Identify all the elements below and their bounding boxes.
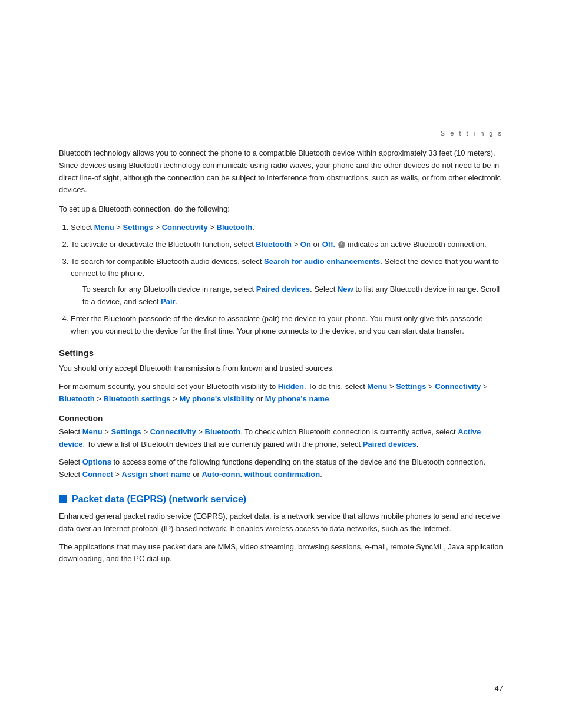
step2-on-link: On [300, 240, 311, 249]
step3-text-before: To search for compatible Bluetooth audio… [71, 257, 264, 266]
step1-sep3: > [208, 223, 217, 232]
conn-connectivity-link: Connectivity [150, 427, 196, 436]
conn-sep1: > [103, 427, 111, 436]
conn-p1-end: . [416, 440, 419, 449]
conn-p2-end: . [320, 470, 322, 479]
step1-settings-link: Settings [123, 223, 153, 232]
step2-text-before: To activate or deactivate the Bluetooth … [71, 240, 256, 249]
packet-data-heading-container: Packet data (EGPRS) (network service) [59, 494, 503, 505]
settings-bluetooth-link: Bluetooth [59, 394, 95, 403]
packet-data-para2: The applications that may use packet dat… [59, 541, 503, 566]
settings-visibility-link: My phone's visibility [179, 394, 254, 403]
settings-menu-link: Menu [367, 382, 387, 391]
settings-name-link: My phone's name [265, 394, 329, 403]
step2-sep1: > [292, 240, 300, 249]
step1-connectivity-link: Connectivity [162, 223, 208, 232]
conn-sep: > [113, 470, 122, 479]
conn-settings-link: Settings [111, 427, 141, 436]
step3-sub-item: To search for any Bluetooth device in ra… [82, 284, 503, 308]
step3-search-link: Search for audio enhancements [264, 257, 380, 266]
intro-paragraph: Bluetooth technology allows you to conne… [59, 147, 503, 196]
step-1: Select Menu > Settings > Connectivity > … [71, 222, 503, 234]
step2-text-after: indicates an active Bluetooth connection… [348, 240, 487, 249]
step1-end: . [252, 223, 254, 232]
sub-text-before: To search for any Bluetooth device in ra… [82, 285, 256, 294]
sub-text-mid: . Select [310, 285, 338, 294]
sub-pair-link: Pair [161, 297, 176, 306]
step4-text: Enter the Bluetooth passcode of the devi… [71, 314, 483, 335]
conn-assign-link: Assign short name [122, 470, 191, 479]
conn-p1-mid2: . To view a list of Bluetooth devices th… [82, 440, 362, 449]
connection-para2: Select Options to access some of the fol… [59, 456, 503, 481]
step1-sep1: > [114, 223, 123, 232]
conn-paired-devices-link: Paired devices [363, 440, 416, 449]
connection-section-heading: Connection [59, 414, 503, 423]
settings-para2-mid: . To do this, select [304, 382, 367, 391]
packet-data-para1: Enhanced general packet radio service (E… [59, 510, 503, 535]
step1-bluetooth-link: Bluetooth [217, 223, 253, 232]
settings-section-heading: Settings [59, 348, 503, 358]
conn-p1-mid: . To check which Bluetooth connection is… [240, 427, 458, 436]
step-2: To activate or deactivate the Bluetooth … [71, 239, 503, 251]
page-number: 47 [495, 684, 503, 693]
conn-autoconn-link: Auto-conn. without confirmation [201, 470, 320, 479]
conn-sep3: > [196, 427, 205, 436]
step2-icon: * [335, 240, 348, 249]
page: S e t t i n g s Bluetooth technology all… [0, 0, 562, 728]
conn-p1-before: Select [59, 427, 82, 436]
settings-settings-link: Settings [396, 382, 426, 391]
conn-menu-link: Menu [82, 427, 103, 436]
conn-options-link: Options [82, 457, 111, 466]
settings-connectivity-link: Connectivity [435, 382, 481, 391]
step2-mid: or [311, 240, 322, 249]
svg-text:*: * [340, 242, 343, 248]
conn-bluetooth-link: Bluetooth [205, 427, 241, 436]
settings-sep1: > [387, 382, 396, 391]
settings-hidden-link: Hidden [278, 382, 304, 391]
packet-data-heading-text: Packet data (EGPRS) (network service) [72, 494, 246, 505]
settings-bt-settings-link: Bluetooth settings [103, 394, 170, 403]
step1-text-before: Select [71, 223, 94, 232]
settings-sep2: > [426, 382, 435, 391]
connection-para1: Select Menu > Settings > Connectivity > … [59, 426, 503, 451]
step-3: To search for compatible Bluetooth audio… [71, 256, 503, 308]
conn-connect-link: Connect [82, 470, 113, 479]
settings-sep3: > [481, 382, 487, 391]
steps-list: Select Menu > Settings > Connectivity > … [71, 222, 503, 337]
settings-para2: For maximum security, you should set you… [59, 381, 503, 406]
conn-or: or [191, 470, 202, 479]
settings-para2-before: For maximum security, you should set you… [59, 382, 278, 391]
section-header: S e t t i n g s [59, 130, 503, 137]
sub-end: . [176, 297, 178, 306]
step2-off-link: Off. [322, 240, 335, 249]
step-4: Enter the Bluetooth passcode of the devi… [71, 313, 503, 338]
step1-sep2: > [153, 223, 162, 232]
settings-end: . [329, 394, 331, 403]
settings-sep5: > [171, 394, 180, 403]
step2-bluetooth-link: Bluetooth [256, 240, 292, 249]
conn-sep2: > [141, 427, 150, 436]
setup-intro: To set up a Bluetooth connection, do the… [59, 203, 503, 216]
step1-menu-link: Menu [94, 223, 114, 232]
conn-p2-before: Select [59, 457, 82, 466]
settings-sep4: > [95, 394, 104, 403]
sub-paired-devices-link: Paired devices [256, 285, 310, 294]
settings-or: or [254, 394, 265, 403]
settings-para1: You should only accept Bluetooth transmi… [59, 363, 503, 375]
sub-new-link: New [338, 285, 353, 294]
blue-square-icon [59, 495, 67, 503]
